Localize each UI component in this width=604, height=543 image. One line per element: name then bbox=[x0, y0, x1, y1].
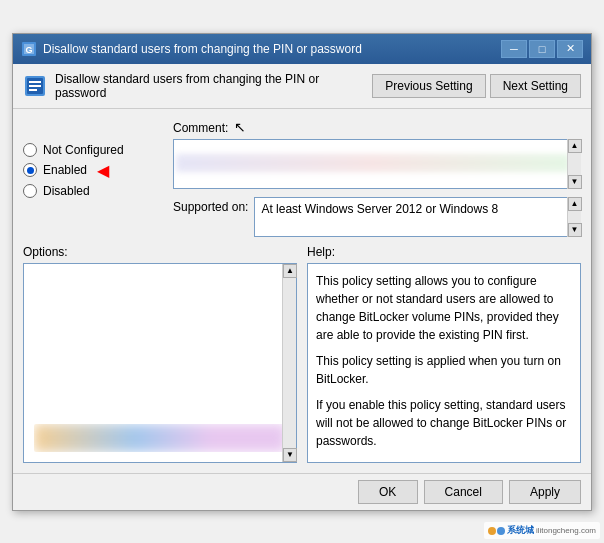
header-bar: Disallow standard users from changing th… bbox=[13, 64, 591, 109]
header-buttons: Previous Setting Next Setting bbox=[372, 74, 581, 98]
help-box[interactable]: This policy setting allows you to config… bbox=[307, 263, 581, 463]
options-box: ▲ ▼ bbox=[23, 263, 297, 463]
svg-rect-6 bbox=[29, 85, 41, 87]
svg-rect-5 bbox=[29, 81, 41, 83]
radio-circle-enabled bbox=[23, 163, 37, 177]
radio-group: Not Configured Enabled ◀ Disabled bbox=[23, 143, 163, 198]
header-title: Disallow standard users from changing th… bbox=[55, 72, 364, 100]
help-col: Help: This policy setting allows you to … bbox=[307, 245, 581, 463]
right-panel: Comment: ↖ ▲ ▼ Supported on: bbox=[173, 119, 581, 237]
watermark-logo-icon bbox=[488, 527, 505, 535]
comment-scroll-down[interactable]: ▼ bbox=[568, 175, 582, 189]
comment-scroll-up[interactable]: ▲ bbox=[568, 139, 582, 153]
supported-value: At least Windows Server 2012 or Windows … bbox=[261, 202, 498, 216]
prev-setting-button[interactable]: Previous Setting bbox=[372, 74, 485, 98]
comment-section: Not Configured Enabled ◀ Disabled Commen bbox=[23, 119, 581, 237]
two-col-section: Options: ▲ ▼ Help: bbox=[23, 245, 581, 463]
radio-label-disabled: Disabled bbox=[43, 184, 90, 198]
radio-circle-not-configured bbox=[23, 143, 37, 157]
radio-label-enabled: Enabled bbox=[43, 163, 87, 177]
options-label: Options: bbox=[23, 245, 297, 259]
apply-button[interactable]: Apply bbox=[509, 480, 581, 504]
cursor-icon: ↖ bbox=[234, 119, 246, 135]
radio-not-configured[interactable]: Not Configured bbox=[23, 143, 163, 157]
help-label: Help: bbox=[307, 245, 581, 259]
maximize-button[interactable]: □ bbox=[529, 40, 555, 58]
help-para-4: If you disable or do not configure this … bbox=[316, 458, 572, 463]
help-para-3: If you enable this policy setting, stand… bbox=[316, 396, 572, 450]
comment-label: Comment: bbox=[173, 119, 234, 135]
supported-label: Supported on: bbox=[173, 197, 254, 214]
cancel-button[interactable]: Cancel bbox=[424, 480, 503, 504]
radio-disabled[interactable]: Disabled bbox=[23, 184, 163, 198]
content-area: Not Configured Enabled ◀ Disabled Commen bbox=[13, 109, 591, 473]
title-bar-controls: ─ □ ✕ bbox=[501, 40, 583, 58]
watermark-url: ilitongcheng.com bbox=[536, 526, 596, 535]
close-button[interactable]: ✕ bbox=[557, 40, 583, 58]
supported-scroll-down[interactable]: ▼ bbox=[568, 223, 582, 237]
watermark-text: 系统城 bbox=[507, 524, 534, 537]
svg-rect-7 bbox=[29, 89, 37, 91]
help-para-2: This policy setting is applied when you … bbox=[316, 352, 572, 388]
supported-scroll-up[interactable]: ▲ bbox=[568, 197, 582, 211]
svg-text:G: G bbox=[25, 45, 32, 55]
header-policy-icon bbox=[23, 74, 47, 98]
minimize-button[interactable]: ─ bbox=[501, 40, 527, 58]
window-icon: G bbox=[21, 41, 37, 57]
comment-container: ▲ ▼ bbox=[173, 139, 581, 189]
options-scroll-down[interactable]: ▼ bbox=[283, 448, 297, 462]
options-col: Options: ▲ ▼ bbox=[23, 245, 297, 463]
ok-button[interactable]: OK bbox=[358, 480, 418, 504]
next-setting-button[interactable]: Next Setting bbox=[490, 74, 581, 98]
radio-panel: Not Configured Enabled ◀ Disabled bbox=[23, 119, 163, 237]
title-bar: G Disallow standard users from changing … bbox=[13, 34, 591, 64]
supported-container: At least Windows Server 2012 or Windows … bbox=[254, 197, 581, 237]
arrow-indicator: ◀ bbox=[97, 161, 109, 180]
title-bar-text: Disallow standard users from changing th… bbox=[43, 42, 362, 56]
footer: OK Cancel Apply bbox=[13, 473, 591, 510]
radio-enabled[interactable]: Enabled ◀ bbox=[23, 161, 163, 180]
main-window: G Disallow standard users from changing … bbox=[12, 33, 592, 511]
help-para-1: This policy setting allows you to config… bbox=[316, 272, 572, 344]
watermark: 系统城 ilitongcheng.com bbox=[484, 522, 600, 539]
radio-label-not-configured: Not Configured bbox=[43, 143, 124, 157]
options-scroll-up[interactable]: ▲ bbox=[283, 264, 297, 278]
radio-circle-disabled bbox=[23, 184, 37, 198]
